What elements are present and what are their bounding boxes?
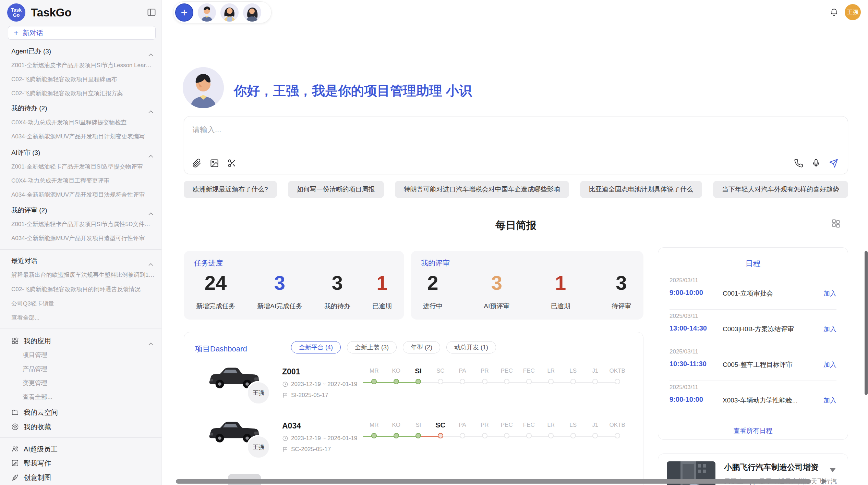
phone-icon[interactable] — [794, 159, 803, 168]
conversation-item[interactable]: Z001-全新燃油轻卡产品开发项目SI节点属性5D文件评审 — [11, 220, 155, 229]
milestone-labels: MR KO SI SC PA PR PEC FEC LR LS J1 OKTB — [363, 366, 628, 376]
add-conversation-button[interactable]: + — [175, 3, 193, 22]
chevron-up-icon[interactable] — [148, 151, 153, 154]
schedule-item: 2025/03/11 9:00-10:00 C001-立项审批会 加入 — [670, 274, 836, 307]
sidebar-item-creative-draw[interactable]: 创意制图 — [11, 473, 155, 482]
scroll-right-arrow-icon[interactable] — [822, 478, 827, 484]
ai-staff-label: AI超级员工 — [24, 445, 58, 454]
mic-icon[interactable] — [811, 159, 821, 168]
favorites-label: 我的收藏 — [24, 422, 51, 432]
stat-overdue: 1 已逾期 — [370, 271, 394, 313]
join-button[interactable]: 加入 — [823, 325, 836, 334]
app-item-project-mgmt[interactable]: 项目管理 — [23, 350, 155, 359]
view-all-schedule-link[interactable]: 查看所有日程 — [658, 426, 848, 435]
tab-year-model[interactable]: 年型 (2) — [403, 341, 440, 353]
conversation-item[interactable]: C02-飞腾新能源轻客改款项目里程碑画布 — [11, 75, 155, 84]
recent-item[interactable]: C02-飞腾新能源轻客改款项目的闭环通告反馈情况 — [11, 285, 155, 294]
milestone-node — [548, 433, 554, 438]
user-name: 王强 — [847, 8, 859, 16]
schedule-date: 2025/03/11 — [670, 313, 698, 320]
schedule-date: 2025/03/11 — [670, 277, 698, 284]
composer-right-icons — [794, 159, 838, 168]
join-button[interactable]: 加入 — [823, 360, 836, 369]
project-row[interactable]: 王强 A034 2023-12-19 ~ 2026-01-19 SC-2025-… — [184, 414, 644, 465]
bell-icon[interactable] — [830, 8, 839, 16]
divider — [670, 381, 836, 381]
app-item-change-mgmt[interactable]: 变更管理 — [23, 378, 155, 387]
composer — [184, 116, 848, 174]
tab-new-body[interactable]: 全新上装 (3) — [347, 341, 397, 353]
tab-all-platform[interactable]: 全新平台 (4) — [291, 341, 341, 353]
chevron-up-icon[interactable] — [148, 209, 153, 212]
section-ai-review[interactable]: AI评审 (3) — [11, 148, 155, 158]
greeting-text: 你好，王强，我是你的项目管理助理 小识 — [234, 82, 472, 100]
conversation-item[interactable]: A034-全新新能源MUV产品开发项目计划变更表编写 — [11, 132, 155, 141]
suggestion-chip[interactable]: 如何写一份清晰的项目周报 — [288, 181, 384, 198]
horizontal-scrollbar[interactable] — [176, 479, 811, 484]
section-my-review[interactable]: 我的评审 (2) — [11, 206, 155, 215]
recent-item[interactable]: 解释最新出台的欧盟报废车法规再生塑料比例被调到15%... — [11, 271, 155, 279]
chevron-up-icon[interactable] — [148, 50, 153, 53]
suggestion-chip[interactable]: 比亚迪全固态电池计划具体说了什么 — [580, 181, 702, 198]
layout-grid-icon[interactable] — [831, 219, 841, 228]
flag-icon — [282, 446, 288, 452]
scroll-down-arrow-icon[interactable] — [830, 468, 836, 472]
send-icon[interactable] — [829, 159, 838, 168]
conversation-item[interactable]: Z001-全新燃油轻卡产品开发项目SI造型提交物评审 — [11, 162, 155, 171]
suggestion-chip[interactable]: 当下年轻人对汽车外观有怎样的喜好趋势 — [713, 181, 848, 198]
image-icon[interactable] — [210, 159, 219, 168]
schedule-name: X003-车辆动力学性能验... — [723, 396, 798, 405]
milestone-node — [570, 433, 576, 438]
conversation-item[interactable]: Z001-全新燃油皮卡产品开发项目SI节点Lesson Learn报告 — [11, 61, 155, 70]
app-item-product-mgmt[interactable]: 产品管理 — [23, 364, 155, 373]
avatar[interactable] — [198, 3, 216, 22]
users-icon — [11, 445, 19, 453]
project-row[interactable]: 王强 Z001 2023-12-19 ~ 2027-01-19 SI-2025-… — [184, 360, 644, 411]
recent-view-all[interactable]: 查看全部... — [11, 313, 155, 322]
dashboard-title: 项目Dashboard — [195, 344, 247, 354]
composer-left-icons — [192, 159, 237, 168]
logo-line1: Task — [11, 8, 22, 13]
sidebar-item-my-apps[interactable]: 我的应用 — [11, 336, 155, 346]
project-code: Z001 — [282, 367, 300, 376]
section-recent[interactable]: 最近对话 — [11, 256, 155, 266]
scissors-icon[interactable] — [227, 159, 237, 168]
new-chat-button[interactable]: + 新对话 — [8, 26, 156, 40]
recent-item[interactable]: 公司Q3轻卡销量 — [11, 299, 155, 308]
join-button[interactable]: 加入 — [823, 396, 836, 405]
task-progress-card: 任务进度 24 新增完成任务 3 新增AI完成任务 3 我的待办 1 已逾期 — [184, 251, 404, 320]
sidebar-item-help-write[interactable]: 帮我写作 — [11, 458, 155, 468]
sidebar-item-cloud-space[interactable]: 我的云空间 — [11, 408, 155, 417]
suggestion-chip[interactable]: 欧洲新规最近颁布了什么? — [184, 181, 277, 198]
my-review-card: 我的评审 2 进行中 3 AI预评审 1 已逾期 3 待评审 — [411, 251, 643, 320]
new-chat-label: 新对话 — [23, 28, 43, 38]
tab-powertrain[interactable]: 动总开发 (1) — [446, 341, 496, 353]
avatar[interactable] — [243, 3, 261, 22]
sidebar-collapse-icon[interactable] — [147, 8, 156, 17]
conversation-item[interactable]: C0X4-动力总成开发项目工程变更评审 — [11, 176, 155, 185]
chevron-up-icon[interactable] — [148, 339, 153, 343]
section-my-todo[interactable]: 我的待办 (2) — [11, 103, 155, 113]
conversation-item[interactable]: A034-全新新能源MUV产品开发项目造型可行性评审 — [11, 234, 155, 243]
conversation-item[interactable]: C0X4-动力总成开发项目SI里程碑提交物检查 — [11, 118, 155, 127]
vertical-scrollbar[interactable] — [865, 251, 868, 395]
user-avatar[interactable]: 王强 — [845, 4, 861, 20]
suggestion-chip[interactable]: 特朗普可能对进口汽车增税会对中国车企造成哪些影响 — [395, 181, 569, 198]
sidebar-item-favorites[interactable]: 我的收藏 — [11, 422, 155, 432]
conversation-item[interactable]: C02-飞腾新能源轻客改款项目立项汇报方案 — [11, 89, 155, 98]
chat-input[interactable] — [192, 125, 707, 134]
project-flag: SC-2025-05-17 — [282, 446, 331, 453]
daily-brief-title: 每日简报 — [184, 219, 848, 233]
paperclip-icon[interactable] — [192, 159, 202, 168]
sidebar-item-ai-staff[interactable]: AI超级员工 — [11, 444, 155, 454]
project-code: A034 — [282, 421, 301, 431]
my-review-stats: 2 进行中 3 AI预评审 1 已逾期 3 待评审 — [421, 271, 633, 313]
avatar[interactable] — [220, 3, 239, 22]
conversation-item[interactable]: A034-全新新能源MUV产品开发项目法规符合性评审 — [11, 190, 155, 199]
section-agent-done[interactable]: Agent已办 (3) — [11, 47, 155, 56]
apps-view-all[interactable]: 查看全部... — [23, 393, 155, 401]
chevron-up-icon[interactable] — [148, 259, 153, 262]
join-button[interactable]: 加入 — [823, 289, 836, 298]
chevron-up-icon[interactable] — [148, 107, 153, 110]
grid-icon — [11, 337, 19, 345]
